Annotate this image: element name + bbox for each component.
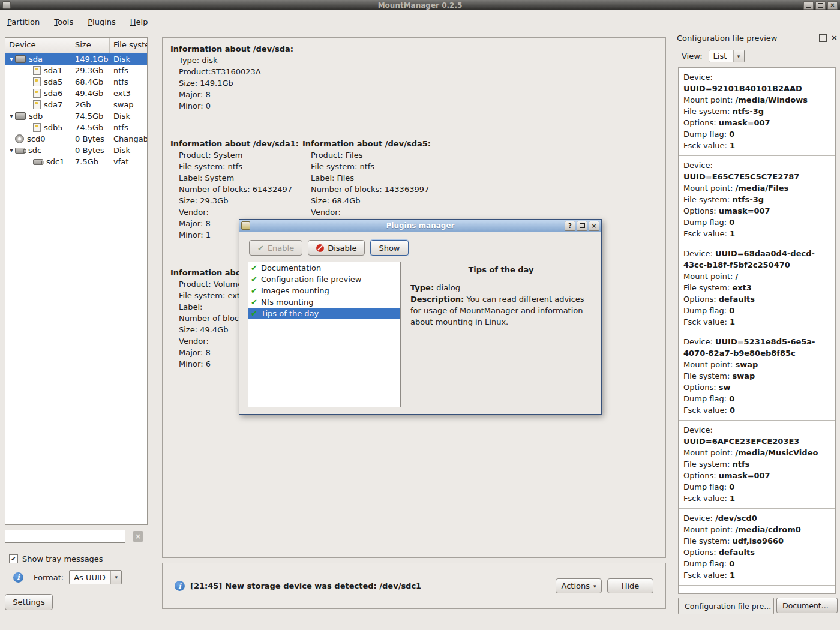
plugin-item[interactable]: ✔Images mounting: [248, 285, 400, 296]
tree-row-sda7[interactable]: sda72Gbswap: [5, 99, 147, 110]
tree-body: ▾sda149.1GbDisksda129.3Gbntfssda568.4Gbn…: [5, 53, 147, 167]
config-field-value: UUID=92101B40101B2AAD: [683, 84, 802, 93]
config-field-value: 1: [730, 494, 735, 503]
restore-button[interactable]: [815, 1, 826, 10]
menu-item-plugins[interactable]: Plugins: [83, 16, 121, 28]
show-button[interactable]: Show: [370, 240, 408, 256]
column-header-size[interactable]: Size: [71, 38, 110, 53]
config-field-value: UUID=E65C7E5C5C7E2787: [683, 172, 799, 181]
actions-button-label: Actions: [561, 581, 590, 590]
column-header-device[interactable]: Device: [5, 38, 71, 53]
minimize-button[interactable]: [803, 1, 814, 10]
info-line: Product: Files: [311, 149, 431, 161]
tree-row-sdc1[interactable]: sdc17.5Gbvfat: [5, 156, 147, 167]
window-title: MountManager 0.2.5: [0, 1, 840, 10]
config-field-value: 0: [729, 394, 734, 403]
disable-button[interactable]: Disable: [308, 240, 365, 256]
close-panel-icon[interactable]: ×: [831, 34, 838, 41]
show-tray-messages-row[interactable]: ✔ Show tray messages: [9, 554, 103, 563]
close-icon: ×: [830, 2, 835, 8]
dialog-maximize-button[interactable]: [577, 221, 587, 231]
tree-row-sda1[interactable]: sda129.3Gbntfs: [5, 65, 147, 76]
settings-button[interactable]: Settings: [5, 594, 53, 610]
window-controls: ×: [802, 1, 838, 10]
partition-icon: [33, 100, 41, 109]
plugin-label: Images mounting: [261, 286, 329, 295]
config-field-label: Fsck value:: [683, 229, 730, 238]
config-entry: Device: UUID=E65C7E5C5C7E2787Mount point…: [679, 156, 835, 244]
clear-search-icon[interactable]: ×: [133, 531, 143, 542]
config-field-value: 0: [729, 482, 734, 491]
dialog-controls: ? ×: [563, 221, 599, 231]
config-line: Options: umask=007: [683, 117, 830, 128]
tab-configuration-file-preview[interactable]: Configuration file pre...: [678, 598, 774, 614]
config-field-label: Dump flag:: [683, 306, 729, 315]
plugin-item[interactable]: ✔Tips of the day: [248, 308, 400, 319]
menu-item-tools[interactable]: Tools: [49, 16, 78, 28]
hide-button[interactable]: Hide: [607, 578, 653, 593]
expander-icon[interactable]: ▾: [8, 56, 15, 62]
config-field-value: sw: [719, 383, 731, 392]
menu-item-partition[interactable]: Partition: [2, 16, 44, 28]
device-name: sdc1: [46, 157, 64, 166]
device-size: 74.5Gb: [71, 112, 110, 121]
float-panel-icon[interactable]: [819, 34, 827, 42]
plugin-detail-heading: Tips of the day: [410, 265, 592, 274]
expander-icon[interactable]: ▾: [8, 113, 15, 119]
tree-row-sda5[interactable]: sda568.4Gbntfs: [5, 76, 147, 88]
column-header-filesystem[interactable]: File syste: [110, 38, 147, 53]
view-select[interactable]: List ▾: [709, 50, 745, 62]
tree-row-sda6[interactable]: sda649.4Gbext3: [5, 88, 147, 99]
tree-header: Device Size File syste: [5, 38, 147, 53]
device-filesystem: Changabl: [110, 134, 147, 143]
device-filesystem: ntfs: [110, 66, 147, 75]
dialog-titlebar: Plugins manager ? ×: [239, 220, 601, 232]
config-field-value: /media/Files: [736, 184, 789, 193]
config-field-label: File system:: [683, 107, 732, 116]
info-line: Size: 149.1Gb: [179, 77, 293, 89]
info-line: Size: 68.4Gb: [311, 195, 431, 206]
disk-icon: [15, 112, 26, 120]
plugin-item[interactable]: ✔Nfs mounting: [248, 296, 400, 308]
config-field-label: Device:: [683, 425, 713, 434]
config-field-label: Options:: [683, 295, 719, 304]
config-line: Mount point: /media/Windows: [683, 94, 830, 106]
enable-button[interactable]: ✔ Enable: [249, 240, 302, 256]
config-field-label: Dump flag:: [683, 559, 729, 568]
expander-icon[interactable]: ▾: [8, 147, 15, 154]
config-field-value: /: [736, 272, 739, 281]
tab-documentation[interactable]: Document...: [776, 598, 838, 613]
partition-icon: [33, 66, 41, 75]
plugin-item[interactable]: ✔Configuration file preview: [248, 274, 400, 285]
config-field-value: umask=007: [719, 118, 770, 127]
disk-icon: [15, 55, 26, 63]
info-block-title: Information about /dev/sda5:: [302, 138, 431, 149]
config-field-value: udf,iso9660: [732, 536, 784, 545]
tree-row-sdb5[interactable]: sdb574.5Gbntfs: [5, 122, 147, 133]
actions-button[interactable]: Actions ▾: [556, 578, 602, 593]
dialog-help-button[interactable]: ?: [565, 221, 575, 231]
close-button[interactable]: ×: [827, 1, 838, 10]
format-select[interactable]: As UUID ▾: [69, 570, 122, 584]
plugin-item[interactable]: ✔Documentation: [248, 262, 400, 274]
dialog-close-button[interactable]: ×: [589, 221, 599, 231]
tree-row-sdb[interactable]: ▾sdb74.5GbDisk: [5, 110, 147, 122]
config-line: Mount point: /media/MusicVideo: [683, 447, 830, 458]
device-name: sdb5: [44, 123, 63, 132]
plugin-type-line: Type: dialog: [410, 282, 592, 293]
config-line: File system: ext3: [683, 282, 830, 293]
view-selected-value: List: [709, 52, 733, 61]
disable-forbidden-icon: [316, 244, 324, 252]
tree-row-sdc[interactable]: ▾sdc0 BytesDisk: [5, 145, 147, 156]
info-line: Major: 8: [179, 89, 293, 100]
config-line: Dump flag: 0: [683, 393, 830, 404]
config-field-label: Fsck value:: [683, 317, 730, 326]
tree-row-sda[interactable]: ▾sda149.1GbDisk: [5, 53, 147, 65]
info-line: Type: disk: [179, 55, 293, 66]
menu-item-help[interactable]: Help: [125, 16, 153, 28]
tree-row-scd0[interactable]: scd00 BytesChangabl: [5, 133, 147, 145]
device-search-input[interactable]: [5, 530, 125, 543]
config-field-label: Fsck value:: [683, 406, 730, 415]
notification-text: [21:45]New storage device was detected: …: [190, 581, 421, 590]
show-tray-checkbox[interactable]: ✔: [9, 554, 18, 563]
